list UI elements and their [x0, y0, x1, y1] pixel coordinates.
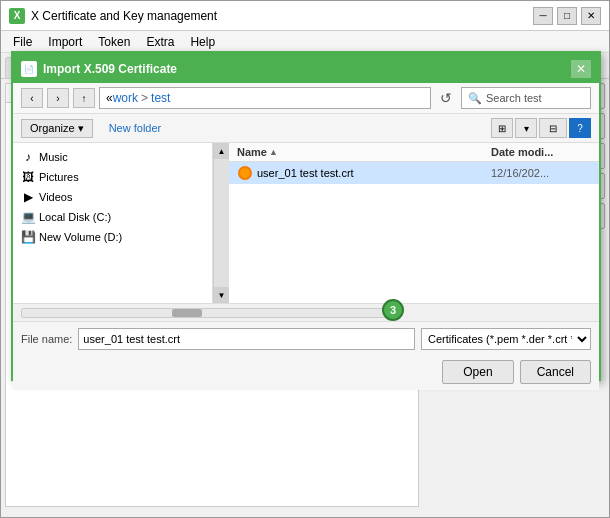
- maximize-button[interactable]: □: [557, 7, 577, 25]
- music-icon: ♪: [21, 150, 35, 164]
- search-box: 🔍: [461, 87, 591, 109]
- col-name-header[interactable]: Name ▲: [237, 146, 491, 158]
- search-icon: 🔍: [468, 92, 482, 105]
- path-separator: >: [141, 91, 148, 105]
- menu-extra[interactable]: Extra: [138, 33, 182, 51]
- new-volume-icon: 💾: [21, 230, 35, 244]
- main-window: X X Certificate and Key management ─ □ ✕…: [0, 0, 610, 518]
- dialog-title-bar: 📄 Import X.509 Certificate ✕: [13, 55, 599, 83]
- scroll-up-button[interactable]: ▲: [214, 143, 229, 159]
- dialog-title: Import X.509 Certificate: [43, 62, 571, 76]
- menu-import[interactable]: Import: [40, 33, 90, 51]
- pictures-icon: 🖼: [21, 170, 35, 184]
- tree-item-pictures[interactable]: 🖼 Pictures: [13, 167, 212, 187]
- title-bar: X X Certificate and Key management ─ □ ✕: [1, 1, 609, 31]
- nav-forward-button[interactable]: ›: [47, 88, 69, 108]
- tree-item-videos[interactable]: ▶ Videos: [13, 187, 212, 207]
- menu-token[interactable]: Token: [90, 33, 138, 51]
- menu-help[interactable]: Help: [182, 33, 223, 51]
- tree-item-local-disk[interactable]: 💻 Local Disk (C:): [13, 207, 212, 227]
- search-input[interactable]: [486, 92, 610, 104]
- file-name-label: user_01 test test.crt: [257, 167, 487, 179]
- local-disk-icon: 💻: [21, 210, 35, 224]
- videos-icon: ▶: [21, 190, 35, 204]
- dialog-icon: 📄: [21, 61, 37, 77]
- file-row[interactable]: user_01 test test.crt 12/16/202...: [229, 162, 599, 184]
- open-button[interactable]: Open: [442, 360, 513, 384]
- nav-back-button[interactable]: ‹: [21, 88, 43, 108]
- sidebar-scrollbar[interactable]: ▲ ▼: [213, 143, 229, 303]
- close-button[interactable]: ✕: [581, 7, 601, 25]
- menu-file[interactable]: File: [5, 33, 40, 51]
- view-grid-button[interactable]: ⊞: [491, 118, 513, 138]
- window-controls: ─ □ ✕: [533, 7, 601, 25]
- refresh-button[interactable]: ↺: [435, 88, 457, 108]
- tree-item-music[interactable]: ♪ Music: [13, 147, 212, 167]
- dialog-body: ♪ Music 🖼 Pictures ▶ Videos 💻 Local Disk…: [13, 143, 599, 303]
- path-work[interactable]: work: [113, 91, 138, 105]
- dialog-close-button[interactable]: ✕: [571, 60, 591, 78]
- organize-chevron-icon: ▾: [78, 122, 84, 135]
- help-button[interactable]: ?: [569, 118, 591, 138]
- file-list-header: Name ▲ Date modi...: [229, 143, 599, 162]
- path-test[interactable]: test: [151, 91, 170, 105]
- menu-bar: File Import Token Extra Help: [1, 31, 609, 53]
- h-scroll-thumb[interactable]: [172, 309, 202, 317]
- h-scroll-track[interactable]: [21, 308, 399, 318]
- nav-up-button[interactable]: ↑: [73, 88, 95, 108]
- view-controls: ⊞ ▾ ⊟ ?: [491, 118, 591, 138]
- circle-3: 3: [382, 299, 404, 321]
- minimize-button[interactable]: ─: [533, 7, 553, 25]
- app-icon: X: [9, 8, 25, 24]
- new-folder-button[interactable]: New folder: [101, 120, 170, 136]
- cert-file-icon: [237, 165, 253, 181]
- sort-arrow-icon: ▲: [269, 147, 278, 157]
- file-date-label: 12/16/202...: [491, 167, 591, 179]
- cancel-button[interactable]: Cancel: [520, 360, 591, 384]
- organize-bar: Organize ▾ New folder ⊞ ▾ ⊟ ?: [13, 114, 599, 143]
- scroll-down-button[interactable]: ▼: [214, 287, 229, 303]
- dialog-footer: File name: Certificates (*.pem *.der *.c…: [13, 321, 599, 356]
- filename-label: File name:: [21, 333, 72, 345]
- col-date-header[interactable]: Date modi...: [491, 146, 591, 158]
- app-title: X Certificate and Key management: [31, 9, 533, 23]
- path-bar: « work > test: [99, 87, 431, 109]
- path-prefix: «: [106, 91, 113, 105]
- filename-input[interactable]: [78, 328, 415, 350]
- view-large-button[interactable]: ⊟: [539, 118, 567, 138]
- view-dropdown-button[interactable]: ▾: [515, 118, 537, 138]
- dialog-actions: Open Cancel: [13, 356, 599, 390]
- import-dialog: 📄 Import X.509 Certificate ✕ ‹ › ↑ « wor…: [11, 51, 601, 381]
- sidebar-tree: ♪ Music 🖼 Pictures ▶ Videos 💻 Local Disk…: [13, 143, 213, 303]
- tree-item-new-volume[interactable]: 💾 New Volume (D:): [13, 227, 212, 247]
- organize-button[interactable]: Organize ▾: [21, 119, 93, 138]
- dialog-toolbar: ‹ › ↑ « work > test ↺ 🔍: [13, 83, 599, 114]
- horizontal-scroll-area: 3: [13, 303, 599, 321]
- filetype-select[interactable]: Certificates (*.pem *.der *.crt *.: [421, 328, 591, 350]
- file-area: Name ▲ Date modi... user_01 test test.cr…: [229, 143, 599, 303]
